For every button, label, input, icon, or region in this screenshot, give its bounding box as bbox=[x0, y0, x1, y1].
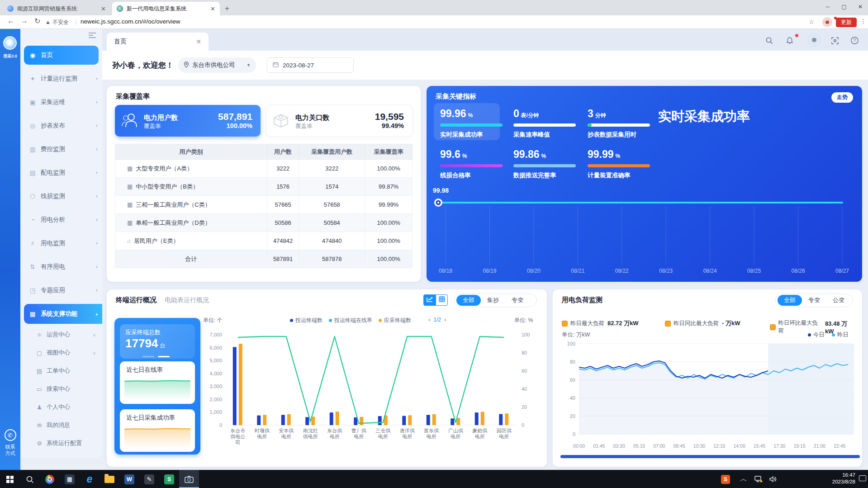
browser-avatar[interactable]: ☻ bbox=[822, 17, 832, 27]
sidebar-item-12[interactable]: ▦系统支撑功能▴ bbox=[20, 302, 102, 326]
load-filter-公变[interactable]: 公变 bbox=[826, 295, 851, 306]
tab2-close-icon[interactable]: ✕ bbox=[210, 5, 215, 12]
taskbar-word-icon[interactable]: W bbox=[119, 470, 139, 488]
table-row[interactable]: ▦三相一般工商业用户（C类）576655765899.99% bbox=[115, 196, 413, 214]
terminal-filter-集抄[interactable]: 集抄 bbox=[481, 295, 505, 306]
tray-network-icon[interactable] bbox=[752, 470, 765, 488]
window-maximize-button[interactable]: ▢ bbox=[836, 0, 852, 14]
window-minimize-button[interactable]: ─ bbox=[820, 0, 835, 14]
carousel-dash-1[interactable] bbox=[142, 356, 154, 357]
legend-item[interactable]: 应采终端数 bbox=[379, 317, 411, 324]
reload-icon[interactable]: ↻ bbox=[34, 17, 40, 25]
meter-overview-tab[interactable]: 电能表运行概况 bbox=[165, 296, 209, 304]
load-filter-专变[interactable]: 专变 bbox=[802, 295, 826, 306]
legend-item[interactable]: 投运终端数 bbox=[290, 317, 323, 324]
browser-tab-2[interactable]: 新一代用电信息采集系统 ✕ bbox=[112, 2, 220, 15]
kpi-trend-chart[interactable]: 08/1808/1908/2008/2108/2208/2308/2408/25… bbox=[427, 181, 862, 282]
tab1-close-icon[interactable]: ✕ bbox=[101, 5, 106, 12]
sidebar-item-7[interactable]: ⬡线损监测▾ bbox=[20, 185, 102, 208]
power-users-card[interactable]: 电力用户数587,891 覆盖率100.00% bbox=[115, 105, 261, 137]
bookmark-star-icon[interactable]: ☆ bbox=[809, 18, 815, 25]
load-zoom-slider[interactable] bbox=[560, 455, 860, 458]
security-warning[interactable]: ▲不安全 bbox=[45, 19, 69, 26]
taskbar-pen-app-icon[interactable]: ✎ bbox=[139, 470, 159, 488]
taskbar-edge-icon[interactable]: e bbox=[80, 470, 100, 488]
sidebar-item-9[interactable]: ⚡用电监测▾ bbox=[20, 232, 102, 255]
sidebar-subitem-6[interactable]: ✉我的消息 bbox=[20, 416, 102, 434]
start-button[interactable] bbox=[0, 470, 20, 488]
page-next-icon[interactable]: › bbox=[444, 317, 446, 323]
help-icon[interactable]: ? bbox=[848, 33, 861, 47]
sidebar-subitem-4[interactable]: ▭搜索中心 bbox=[20, 380, 102, 398]
table-view-button[interactable] bbox=[436, 294, 448, 306]
sidebar-subitem-2[interactable]: ▢视图中心∨ bbox=[20, 344, 102, 362]
legend-item[interactable]: 今日 bbox=[808, 331, 825, 339]
tray-chevron-icon[interactable]: ︿ bbox=[738, 470, 749, 488]
load-line-chart[interactable]: 10080604020000:0001:4503:3005:1507:0008:… bbox=[555, 339, 859, 453]
sidebar-item-11[interactable]: ◳专题应用▾ bbox=[20, 279, 102, 302]
window-close-button[interactable]: ✕ bbox=[853, 0, 868, 14]
sidebar-item-2[interactable]: ✦计量运行监测▾ bbox=[20, 67, 102, 90]
taskbar-date: 2023/8/28 bbox=[824, 479, 855, 485]
sidebar-subitem-3[interactable]: ▤工单中心 bbox=[20, 362, 102, 380]
taskbar-clock[interactable]: 16:47 2023/8/28 bbox=[824, 472, 855, 485]
table-row[interactable]: ▦大型专变用户（A类）32223222100.00% bbox=[115, 160, 413, 178]
sidebar-subitem-1[interactable]: ⚛运营中心∨ bbox=[20, 326, 102, 344]
org-select[interactable]: 东台市供电公司 ▼ bbox=[178, 57, 256, 73]
table-row[interactable]: ▦中小型专变用户（B类）1576157499.87% bbox=[115, 178, 413, 196]
user-avatar[interactable]: ☻ bbox=[807, 33, 821, 47]
load-filter-全部[interactable]: 全部 bbox=[778, 295, 802, 306]
taskbar-search-icon[interactable] bbox=[20, 470, 40, 488]
sidebar-item-label: 采集运维 bbox=[41, 98, 95, 106]
fullscreen-icon[interactable] bbox=[828, 33, 842, 47]
terminal-filter-专变[interactable]: 专变 bbox=[505, 295, 530, 306]
back-icon[interactable]: ← bbox=[7, 17, 14, 25]
svg-text:22:45: 22:45 bbox=[834, 443, 845, 449]
url-text[interactable]: neweic.js.sgcc.com.cn/#/oc/overview bbox=[81, 18, 180, 25]
sidebar-item-8[interactable]: ◔用电分析▾ bbox=[20, 208, 102, 232]
page-prev-icon[interactable]: ‹ bbox=[428, 317, 430, 323]
success-rate-spark-card[interactable]: 近七日采集成功率 bbox=[120, 409, 195, 452]
sidebar-collapse-icon[interactable] bbox=[89, 33, 96, 38]
sidebar-item-3[interactable]: ▣采集运维▾ bbox=[20, 90, 102, 114]
forward-icon[interactable]: → bbox=[21, 17, 28, 25]
browser-menu-icon[interactable]: ⋮ bbox=[860, 18, 867, 25]
table-row[interactable]: ▦单相一般工商业用户（D类）5058650584100.00% bbox=[115, 214, 413, 232]
legend-item[interactable]: 投运终端在线率 bbox=[329, 317, 372, 324]
sidebar-subitem-5[interactable]: ♟个人中心 bbox=[20, 398, 102, 416]
carousel-dash-2[interactable] bbox=[158, 356, 170, 357]
taskbar-green-s-app-icon[interactable]: S bbox=[159, 470, 179, 488]
browser-update-button[interactable]: 更新 bbox=[836, 18, 857, 27]
trend-badge-button[interactable]: 走势 bbox=[831, 92, 853, 103]
contact-block[interactable]: ✆ 联系 方式 bbox=[0, 429, 20, 456]
terminal-bar-chart[interactable]: 7,0006,0005,0004,0003,0002,0001,00001008… bbox=[199, 327, 543, 464]
browser-tab-1[interactable]: 能源互联网营销服务系统 ✕ bbox=[3, 2, 110, 15]
sidebar-item-4[interactable]: ◎抄表发布▾ bbox=[20, 114, 102, 137]
page-tab-home[interactable]: 首页 ✕ bbox=[107, 33, 209, 51]
legend-item[interactable]: 昨日 bbox=[832, 331, 849, 339]
tray-volume-icon[interactable] bbox=[767, 470, 779, 488]
table-row[interactable]: ⌂居民用户（E类）474842474840100.00% bbox=[115, 232, 413, 250]
chart-view-button[interactable] bbox=[423, 294, 436, 306]
taskbar-camera-app-icon[interactable] bbox=[179, 470, 199, 488]
terminal-filter-全部[interactable]: 全部 bbox=[456, 295, 481, 306]
taskbar-explorer-icon[interactable] bbox=[100, 470, 119, 488]
sidebar-item-5[interactable]: ▥费控监测▾ bbox=[20, 137, 102, 161]
terminal-title[interactable]: 终端运行概况 bbox=[116, 296, 157, 304]
taskbar-calculator-icon[interactable]: ▦ bbox=[60, 470, 80, 488]
sidebar-item-10[interactable]: ⇅有序用电▾ bbox=[20, 255, 102, 279]
taskbar-chrome-icon[interactable] bbox=[40, 470, 60, 488]
action-center-icon[interactable] bbox=[859, 475, 866, 481]
online-rate-spark-card[interactable]: 近七日在线率 bbox=[120, 361, 195, 404]
date-picker[interactable]: 2023-08-27 bbox=[267, 57, 354, 73]
table-row[interactable]: 合计587891587878100.00% bbox=[115, 250, 413, 268]
power-gateways-card[interactable]: 电力关口数19,595 覆盖率99.49% bbox=[266, 105, 413, 137]
sidebar-subitem-7[interactable]: ⚙系统运行配置 bbox=[20, 434, 102, 452]
tray-s-icon[interactable]: S bbox=[719, 470, 732, 488]
new-tab-button[interactable]: + bbox=[225, 4, 229, 13]
sidebar-item-6[interactable]: ▤配电监测▾ bbox=[20, 161, 102, 185]
page-tab-close-icon[interactable]: ✕ bbox=[196, 38, 201, 45]
search-icon[interactable] bbox=[763, 33, 776, 47]
bell-icon[interactable] bbox=[783, 33, 797, 47]
sidebar-item-1[interactable]: ◉首页 bbox=[20, 43, 102, 67]
